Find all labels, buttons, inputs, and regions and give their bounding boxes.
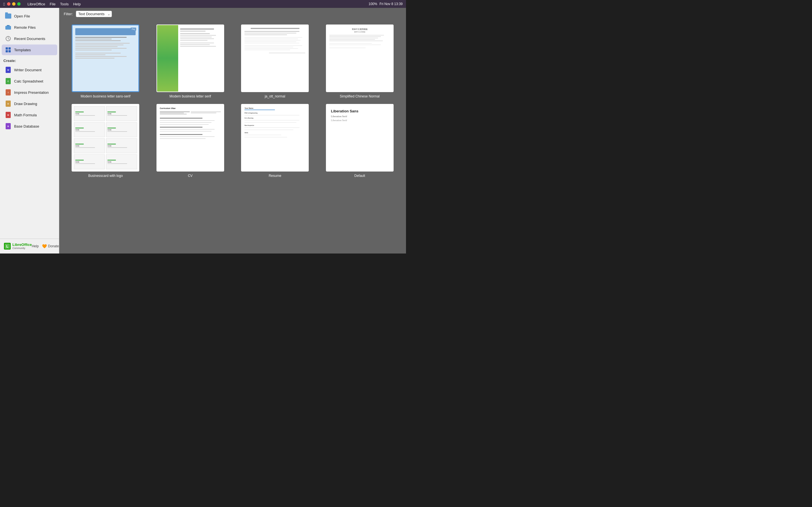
maximize-button[interactable]: [17, 2, 20, 6]
math-icon: M: [5, 112, 11, 118]
content-area: Filter: All Templates Text Documents Spr…: [59, 8, 406, 253]
minimize-button[interactable]: [12, 2, 15, 6]
filter-bar: Filter: All Templates Text Documents Spr…: [59, 8, 406, 20]
template-thumb-bizcard: NAME NAME NAME: [71, 104, 139, 172]
sidebar-item-calc[interactable]: C Calc Spreadsheet: [2, 76, 57, 87]
template-name-cv: CV: [188, 174, 193, 178]
sidebar-item-remote-files[interactable]: Remote Files: [2, 22, 57, 33]
app-name: LibreOffice: [28, 2, 45, 6]
traffic-lights: [7, 2, 20, 6]
draw-icon: D: [5, 101, 11, 107]
donate-label: Donate: [48, 244, 59, 248]
clock-icon: [5, 36, 11, 42]
template-thumb-modern-sans: Pay: [71, 24, 139, 92]
sidebar-nav: Open File Remote Files: [0, 8, 59, 238]
template-card-simplified-chinese[interactable]: 简体中文通用模板 通用中文文档模板 Simplified Chinese Nor…: [320, 24, 400, 98]
templates-label: Templates: [14, 48, 31, 52]
base-label: Base Database: [14, 124, 39, 128]
sidebar-item-impress[interactable]: I Impress Presentation: [2, 87, 57, 98]
menu-tools[interactable]: Tools: [60, 2, 68, 6]
folder-icon: [5, 13, 11, 19]
sidebar-item-base[interactable]: B Base Database: [2, 121, 57, 131]
template-thumb-default: Liberation Sans Liberation Serif Liberat…: [326, 104, 394, 172]
template-card-modern-sans[interactable]: Pay Modern busin: [66, 24, 145, 98]
impress-label: Impress Presentation: [14, 91, 49, 95]
sidebar-item-templates[interactable]: Templates: [2, 45, 57, 55]
sidebar-item-recent-documents[interactable]: Recent Documents: [2, 33, 57, 44]
sidebar-item-writer[interactable]: W Writer Document: [2, 64, 57, 75]
apple-logo-icon: : [3, 2, 5, 6]
titlebar-left:  LibreOffice File Tools Help: [3, 2, 81, 6]
filter-select-wrapper[interactable]: All Templates Text Documents Spreadsheet…: [76, 11, 112, 17]
svg-line-4: [8, 39, 9, 40]
filter-label: Filter:: [64, 12, 73, 16]
lo-brand-name: LibreOffice: [12, 242, 32, 247]
svg-rect-1: [7, 25, 10, 26]
template-name-resume: Resume: [269, 174, 282, 178]
svg-rect-7: [6, 50, 8, 52]
sidebar-footer: L LibreOffice Community Help 🧡 Donate: [0, 238, 59, 253]
grid-icon: [5, 47, 11, 53]
template-thumb-resume: Your Name PhD in Engineering Sr in Nursi…: [241, 104, 309, 172]
template-thumb-simplified-chinese: 简体中文通用模板 通用中文文档模板: [326, 24, 394, 92]
titlebar-menu: LibreOffice File Tools Help: [28, 2, 81, 6]
template-card-cv[interactable]: Curriculum Vitae: [151, 104, 230, 178]
writer-icon: W: [5, 67, 11, 73]
filter-select[interactable]: All Templates Text Documents Spreadsheet…: [76, 11, 112, 17]
svg-text:L: L: [6, 244, 8, 248]
template-card-default[interactable]: Liberation Sans Liberation Serif Liberat…: [320, 104, 400, 178]
draw-label: Draw Drawing: [14, 102, 37, 106]
template-name-ja-ott: ja_ott_normal: [265, 94, 285, 98]
sidebar: Open File Remote Files: [0, 8, 59, 253]
help-donate-area: Help 🧡 Donate: [32, 244, 59, 248]
calc-label: Calc Spreadsheet: [14, 79, 43, 83]
titlebar-right: 100% Fri Nov 8 13:39: [368, 2, 403, 6]
libreoffice-logo: L LibreOffice Community: [3, 242, 32, 250]
lo-logo-icon: L: [3, 242, 11, 250]
lo-office: Office: [21, 242, 32, 247]
sidebar-item-math[interactable]: M Math Formula: [2, 110, 57, 120]
remote-icon: [5, 24, 11, 31]
titlebar:  LibreOffice File Tools Help 100% Fri N…: [0, 0, 406, 8]
svg-rect-0: [5, 26, 11, 30]
datetime: Fri Nov 8 13:39: [379, 2, 403, 6]
template-name-modern-serif: Modern business letter serif: [169, 94, 211, 98]
close-button[interactable]: [7, 2, 10, 6]
open-file-label: Open File: [14, 14, 30, 18]
impress-icon: I: [5, 89, 11, 96]
template-name-modern-sans: Modern business letter sans-serif: [81, 94, 131, 98]
template-card-modern-serif[interactable]: Modern business letter serif: [151, 24, 230, 98]
template-thumb-modern-serif: [156, 24, 224, 92]
help-button[interactable]: Help: [32, 244, 39, 248]
template-grid: Pay Modern busin: [59, 20, 406, 253]
writer-label: Writer Document: [14, 68, 42, 72]
remote-files-label: Remote Files: [14, 25, 36, 30]
template-card-ja-ott[interactable]: ja_ott_normal: [236, 24, 315, 98]
math-label: Math Formula: [14, 113, 37, 117]
battery-level: 100%: [368, 2, 377, 6]
recent-docs-label: Recent Documents: [14, 37, 45, 41]
template-name-default: Default: [354, 174, 365, 178]
svg-rect-5: [6, 47, 8, 50]
lo-community: Community: [12, 247, 32, 250]
lo-text: LibreOffice Community: [12, 242, 32, 250]
template-thumb-cv: Curriculum Vitae: [156, 104, 224, 172]
template-name-bizcard: Businesscard with logo: [88, 174, 123, 178]
heart-icon: 🧡: [42, 244, 47, 248]
sidebar-item-draw[interactable]: D Draw Drawing: [2, 98, 57, 109]
menu-file[interactable]: File: [50, 2, 56, 6]
main-container: Open File Remote Files: [0, 8, 406, 253]
svg-rect-8: [8, 50, 11, 52]
lo-libre: Libre: [12, 242, 21, 247]
template-thumb-ja-ott: [241, 24, 309, 92]
template-card-resume[interactable]: Your Name PhD in Engineering Sr in Nursi…: [236, 104, 315, 178]
calc-icon: C: [5, 78, 11, 84]
base-icon: B: [5, 123, 11, 129]
svg-rect-6: [8, 47, 11, 50]
menu-help[interactable]: Help: [73, 2, 81, 6]
sidebar-item-open-file[interactable]: Open File: [2, 11, 57, 21]
template-name-simplified-chinese: Simplified Chinese Normal: [340, 94, 379, 98]
donate-button[interactable]: 🧡 Donate: [42, 244, 59, 248]
template-card-bizcard[interactable]: NAME NAME NAME: [66, 104, 145, 178]
create-section-label: Create:: [0, 56, 59, 64]
